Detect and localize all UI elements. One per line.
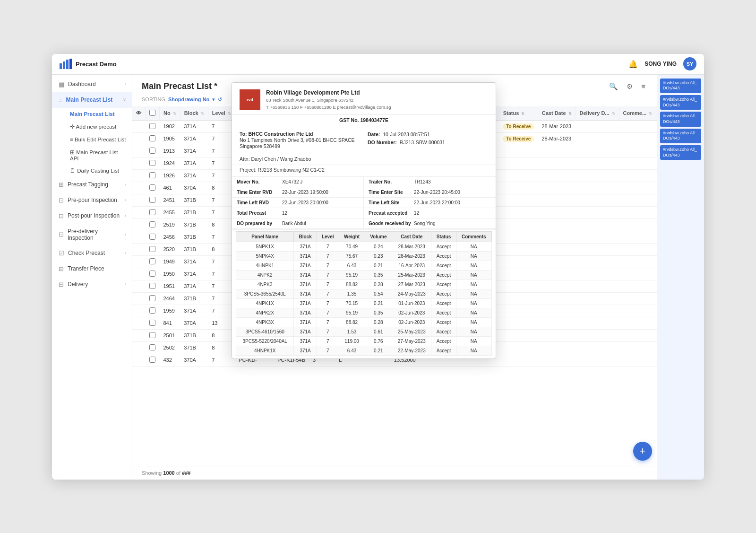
sidebar-item-postpour[interactable]: ⊡ Post-pour Inspection ›: [52, 208, 132, 224]
row-checkbox[interactable]: [149, 209, 155, 215]
avatar[interactable]: SY: [683, 57, 696, 70]
th-cast-date[interactable]: Cast Date ⇅: [538, 106, 576, 121]
sidebar-item-delivery[interactable]: ⊟ Delivery ›: [52, 277, 132, 292]
sidebar-item-tagging[interactable]: ⊞ Precast Tagging ›: [52, 177, 132, 192]
checkbox-cell[interactable]: [146, 243, 160, 255]
th-comments[interactable]: Comme... ⇅: [619, 106, 656, 121]
svg-rect-0: [60, 63, 62, 69]
row-checkbox[interactable]: [149, 172, 155, 178]
notification-icon[interactable]: 🔔: [628, 60, 638, 69]
do-info-val: Song Ying: [414, 221, 436, 226]
do-cell-weight: 1.53: [339, 327, 365, 337]
th-delivery[interactable]: Delivery D... ⇅: [576, 106, 619, 121]
checkbox-cell[interactable]: [146, 341, 160, 354]
do-cell-status: Accept: [431, 327, 456, 337]
row-checkbox[interactable]: [149, 234, 155, 240]
th-checkbox[interactable]: [146, 106, 160, 121]
select-all-checkbox[interactable]: [149, 110, 155, 116]
checkbox-cell[interactable]: [146, 231, 160, 243]
row-checkbox[interactable]: [149, 246, 155, 252]
sidebar-item-main-precast[interactable]: ≡ Main Precast List ∨: [52, 92, 132, 108]
do-cell-volume: 0.35: [365, 308, 392, 318]
sidebar-subitem-bulk[interactable]: ≡ Bulk Edit Precast List: [65, 133, 132, 146]
do-to-address: No 1 Tampines North Drive 3, #08-01 BHCC…: [240, 137, 360, 143]
sidebar-subitem-list[interactable]: Main Precast List: [65, 108, 132, 120]
th-do-number[interactable]: DO Number ⇅: [656, 106, 657, 121]
checkbox-cell[interactable]: [146, 169, 160, 182]
checkbox-cell[interactable]: [146, 132, 160, 145]
sidebar-sub-main-precast: Main Precast List ✛ Add new precast ≡ Bu…: [52, 108, 132, 177]
row-checkbox[interactable]: [149, 160, 155, 166]
sidebar-item-transfer[interactable]: ⊟ Transfer Piece: [52, 261, 132, 277]
th-status[interactable]: Status ⇅: [499, 106, 538, 121]
app-logo: Precast Demo: [60, 59, 135, 69]
right-strip-item[interactable]: #rvdsbw.zoho All_DOs/443: [660, 145, 701, 160]
checkbox-cell[interactable]: [146, 329, 160, 341]
fab-add-button[interactable]: +: [633, 442, 652, 461]
checkbox-cell[interactable]: [146, 145, 160, 157]
checkbox-cell[interactable]: [146, 354, 160, 366]
checkbox-cell[interactable]: [146, 280, 160, 292]
do-info-val: XE4732 J: [282, 179, 302, 184]
tagging-icon: ⊞: [59, 181, 64, 188]
filter-button[interactable]: ⚙: [625, 81, 635, 92]
checkbox-cell[interactable]: [146, 305, 160, 317]
sidebar-item-check[interactable]: ☑ Check Precast ›: [52, 245, 132, 261]
row-checkbox[interactable]: [149, 357, 155, 363]
cell-status: [499, 169, 538, 182]
checkbox-cell[interactable]: [146, 268, 160, 280]
row-checkbox[interactable]: [149, 283, 155, 289]
right-strip-item[interactable]: #rvdsbw.zoho All_DOs/443: [660, 112, 701, 126]
row-checkbox[interactable]: [149, 332, 155, 338]
checkbox-cell[interactable]: [146, 206, 160, 218]
row-checkbox[interactable]: [149, 123, 155, 129]
row-checkbox[interactable]: [149, 221, 155, 227]
checkbox-cell[interactable]: [146, 182, 160, 194]
th-block[interactable]: Block ⇅: [180, 106, 208, 121]
do-cell-cast-date: 25-May-2023: [392, 327, 431, 337]
right-strip-item[interactable]: #rvdsbw.zoho All_DOs/443: [660, 95, 701, 110]
sorting-value: Shopdrawing No: [168, 96, 209, 102]
do-cell-cast-date: 25-Mar-2023: [392, 271, 431, 280]
row-checkbox[interactable]: [149, 184, 155, 191]
row-checkbox[interactable]: [149, 295, 155, 301]
checkbox-cell[interactable]: [146, 292, 160, 305]
cell-no: 1949: [160, 255, 180, 268]
row-checkbox[interactable]: [149, 307, 155, 314]
cell-delivery: [576, 268, 619, 280]
menu-button[interactable]: ≡: [639, 81, 647, 91]
checkbox-cell[interactable]: [146, 157, 160, 169]
right-strip-item[interactable]: #rvdsbw.zoho All_DOs/443: [660, 129, 701, 143]
th-no[interactable]: No ⇅: [160, 106, 180, 121]
cell-level: 13: [208, 317, 235, 329]
row-checkbox[interactable]: [149, 258, 155, 264]
checkbox-cell[interactable]: [146, 255, 160, 268]
checkbox-cell[interactable]: [146, 194, 160, 206]
do-th: Block: [294, 232, 317, 242]
sorting-reset-button[interactable]: ↺: [218, 96, 222, 103]
row-checkbox[interactable]: [149, 148, 155, 154]
sidebar-subitem-add[interactable]: ✛ Add new precast: [65, 120, 132, 133]
row-checkbox[interactable]: [149, 135, 155, 141]
row-checkbox[interactable]: [149, 271, 155, 277]
row-checkbox[interactable]: [149, 197, 155, 203]
sidebar-item-dashboard[interactable]: ▦ Dashboard ›: [52, 77, 132, 92]
checkbox-cell[interactable]: [146, 317, 160, 329]
sidebar-item-predelivery[interactable]: ⊡ Pre-delivery Inspection ›: [52, 224, 132, 245]
row-checkbox[interactable]: [149, 320, 155, 326]
sidebar-subitem-api[interactable]: ⊞ Main Precast List API: [65, 146, 132, 165]
checkbox-cell[interactable]: [146, 120, 160, 132]
sidebar-subitem-casting[interactable]: 🗒 Daily Casting List: [65, 165, 132, 177]
do-to-left: To: BHCC Construction Pte Ltd No 1 Tampi…: [240, 131, 360, 149]
th-level[interactable]: Level ⇅: [208, 106, 235, 121]
row-checkbox[interactable]: [149, 344, 155, 350]
do-cell-comments: NA: [456, 280, 491, 289]
checkbox-cell[interactable]: [146, 218, 160, 231]
do-cell-comments: NA: [456, 242, 491, 252]
cell-no: 1950: [160, 268, 180, 280]
do-cell-comments: NA: [456, 252, 491, 261]
do-cell-panel: 5NPK1X: [236, 242, 294, 252]
search-button[interactable]: 🔍: [607, 81, 620, 92]
sidebar-item-prepour[interactable]: ⊡ Pre-pour Inspection ›: [52, 192, 132, 208]
right-strip-item[interactable]: #rvdsbw.zoho All_DOs/443: [660, 79, 701, 93]
